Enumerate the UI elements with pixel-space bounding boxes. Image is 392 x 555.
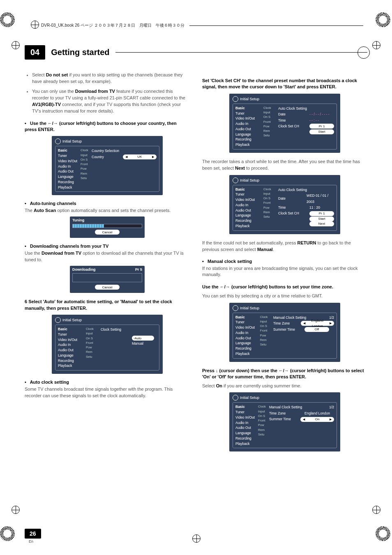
registration-mark [31,21,39,29]
step-heading: • Use the ←/→ (cursor left/right) button… [25,120,190,133]
chapter-header: 04 Getting started [25,45,367,60]
columns: Select Do not set if you want to skip se… [25,72,367,457]
body-text: If no stations in your area are broadcas… [202,265,367,279]
crop-mark-bl [0,526,16,543]
chapter-title: Getting started [51,48,109,57]
osd-main-panel: Country Selection Country UK [89,146,159,191]
subheading: • Auto clock setting [25,380,190,385]
print-header-text: DVR-03_UK.book 26 ページ ２００３年７月２８日 月曜日 午後６… [41,23,184,28]
osd-auto-clock-blank: Initial Setup Basic Tuner Video In/Out A… [229,94,340,153]
content: 04 Getting started Select Do not set if … [25,45,367,518]
crop-mark-tl [0,12,16,29]
bullet-item: You can only use the Download from TV fe… [32,88,190,115]
registration-mark [372,506,380,514]
crop-mark-tr [376,12,392,29]
globe-icon [233,305,238,311]
globe-icon [233,177,238,183]
chapter-rule [115,52,368,53]
tuning-progress: 11/107 [72,224,142,228]
body-text: Some TV channels broadcast time signals … [25,386,190,399]
page: DVR-03_UK.book 26 ページ ２００３年７月２８日 月曜日 午後６… [0,0,392,555]
left-column: Select Do not set if you want to skip se… [25,72,190,457]
registration-mark [372,41,380,49]
step-heading: Use the ←/→ (cursor left/right) buttons … [202,284,367,290]
body-text: Select On if you are currently using sum… [202,383,367,389]
country-value: UK [123,154,157,159]
crop-mark-br [376,526,392,543]
osd-side-menu: Basic Tuner Video In/Out Audio In Audio … [55,146,80,191]
registration-mark [192,534,201,543]
globe-icon [233,395,238,401]
right-column: Set 'Clock Set CH' to the channel preset… [202,72,367,457]
body-text: The recorder takes a short while to set … [202,159,367,172]
body-text: The Auto Scan option automatically scans… [25,207,190,214]
subheading: • Downloading channels from your TV [25,244,190,249]
step-heading: Press ↓ (cursor down) then use the ←/→ (… [202,368,367,380]
body-text: You can set this by selecting a city or … [202,293,367,299]
cancel-button: Cancel [95,285,120,290]
globe-icon [55,317,61,323]
globe-icon [55,138,61,144]
bullet-list: Select Do not set if you want to skip se… [25,72,190,115]
osd-country-selection: Initial Setup Basic Tuner Video In/Out A… [52,136,163,195]
registration-mark [12,41,20,49]
bullet-item: Select Do not set if you want to skip se… [32,72,190,85]
cancel-button: Cancel [95,230,120,235]
chapter-number: 04 [25,45,45,60]
page-number: 26 [25,529,41,539]
osd-manual-clock-on: Initial Setup Basic Tuner Video In/Out A… [229,392,340,451]
subheading: • Auto-tuning channels [25,201,190,206]
subheading: • Manual clock setting [202,259,367,264]
body-text: Use the Download from TV option to downl… [25,250,190,263]
osd-tuning: Tuning 11/107 Cancel [70,216,145,238]
body-text: If the time could not be set automatical… [202,240,367,253]
globe-icon [233,96,238,102]
print-header: DVR-03_UK.book 26 ページ ２００３年７月２８日 月曜日 午後６… [41,23,363,28]
osd-downloading: Downloading Pr 5 Cancel [70,266,145,293]
registration-mark [12,506,20,514]
osd-clock-setting: Initial Setup Basic Tuner Video In/Out A… [52,315,163,374]
osd-auto-clock-set: Initial Setup Basic Tuner Video In/Out A… [229,175,340,234]
step-heading: Set 'Clock Set CH' to the channel preset… [202,78,367,90]
osd-sub-menu: Clock Input On S Front Pow Rem Setu [80,146,89,191]
step-heading: 6 Select 'Auto' for automatic time setti… [25,299,190,311]
osd-manual-clock-off: Initial Setup Basic Tuner Video In/Out A… [229,303,340,362]
page-language: En [29,539,33,543]
